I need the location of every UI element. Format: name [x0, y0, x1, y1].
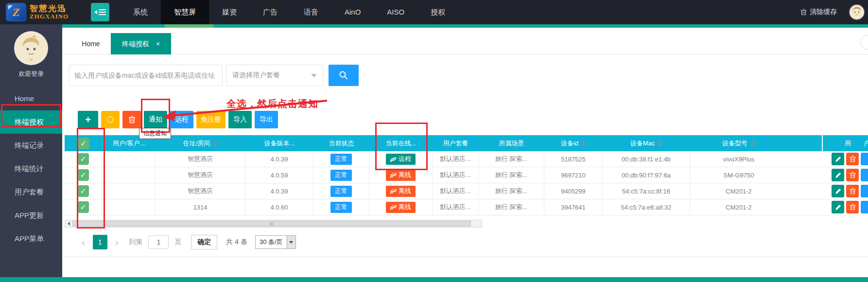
delete-row-button[interactable] — [846, 185, 859, 197]
row-checkbox[interactable]: ✓ — [77, 169, 89, 181]
clear-cache-label: 清除缓存 — [810, 8, 837, 17]
online-badge[interactable]: 离线 — [386, 186, 416, 197]
sidebar-item-terminal-records[interactable]: 终端记录 — [0, 134, 62, 157]
sort-icon[interactable] — [658, 141, 662, 146]
cell-model: CM201-2 — [690, 183, 787, 199]
notify-button[interactable]: 通知 — [144, 111, 167, 128]
sidebar-item-terminal-auth[interactable]: 终端授权 — [0, 110, 62, 134]
export-button[interactable]: 导出 — [255, 111, 278, 128]
col-header-version[interactable]: 设备版本... — [245, 135, 313, 151]
table-row[interactable]: ✓ 智慧酒店 4.0.39 正常 远程 默认酒店... 旅行.探索... 518… — [65, 151, 868, 167]
cell-mac: 54:c5:7a:cc:8f:16 — [603, 183, 690, 199]
nav-item-smartscreen[interactable]: 智慧屏 — [161, 0, 209, 24]
row-checkbox[interactable]: ✓ — [77, 185, 89, 197]
col-header-mac[interactable]: 设备Mac — [603, 135, 690, 151]
cell-status: 正常 — [313, 167, 369, 183]
no-register-button[interactable]: 免注册 — [196, 111, 226, 128]
avatar-cartoon-icon — [16, 33, 47, 64]
edit-button[interactable] — [832, 201, 844, 213]
nav-item-system[interactable]: 系统 — [120, 0, 161, 24]
status-badge: 正常 — [330, 186, 352, 197]
avatar-face-icon — [850, 5, 864, 19]
prev-page-button[interactable]: ‹ — [82, 237, 85, 248]
col-header-online[interactable]: 当前在线... — [369, 135, 433, 151]
more-button-clipped[interactable] — [861, 201, 868, 213]
cell-status: 正常 — [313, 199, 369, 215]
logo-icon: Z — [6, 3, 26, 21]
sidebar-item-user-plans[interactable]: 用户套餐 — [0, 180, 62, 204]
next-page-button[interactable]: › — [115, 237, 119, 248]
cell-online: 远程 — [369, 151, 433, 167]
col-header-plan[interactable]: 用户套餐 — [433, 135, 479, 151]
broken-link-icon — [390, 188, 397, 194]
nav-item-authorize[interactable]: 授权 — [417, 0, 458, 24]
col-header-model[interactable]: 设备型号 — [690, 135, 787, 151]
tab-label: 终端授权 — [122, 40, 149, 48]
sidebar-item-app-update[interactable]: APP更新 — [0, 204, 62, 227]
nav-item-voice[interactable]: 语音 — [291, 0, 331, 24]
delete-row-button[interactable] — [846, 169, 859, 181]
nav-item-aiso[interactable]: AISO — [374, 0, 417, 24]
online-badge[interactable]: 远程 — [386, 154, 416, 165]
row-checkbox[interactable]: ✓ — [77, 153, 89, 165]
tab-home[interactable]: Home — [69, 33, 113, 54]
tab-terminal-auth[interactable]: 终端授权× — [111, 33, 171, 54]
more-button-clipped[interactable] — [861, 153, 868, 165]
table-row[interactable]: ✓ 1314 4.0.60 正常 离线 默认酒店... 旅行.探索... 394… — [65, 199, 868, 215]
nav-item-media[interactable]: 媒资 — [209, 0, 250, 24]
horizontal-scrollbar[interactable] — [65, 220, 482, 228]
edit-button[interactable] — [832, 169, 844, 181]
goto-label: 到第 — [129, 238, 142, 247]
edit-button[interactable] — [832, 153, 844, 165]
row-checkbox[interactable]: ✓ — [77, 201, 89, 213]
import-button[interactable]: 导入 — [228, 111, 252, 128]
goto-page-input[interactable] — [148, 235, 169, 249]
more-button-clipped[interactable] — [861, 169, 868, 181]
sidebar-collapse-button[interactable] — [91, 3, 109, 21]
remote-button[interactable]: 远程 — [170, 111, 193, 128]
sidebar-avatar[interactable] — [14, 31, 48, 65]
sidebar-item-terminal-stats[interactable]: 终端统计 — [0, 157, 62, 180]
col-header-status[interactable]: 当前状态 — [313, 135, 369, 151]
more-button-clipped[interactable] — [861, 185, 868, 197]
cell-model: vivoX9Plus — [690, 151, 787, 167]
current-page-button[interactable]: 1 — [93, 235, 107, 249]
col-header-scene[interactable]: 所属场景 — [479, 135, 544, 151]
trash-icon — [850, 188, 856, 194]
table-row[interactable]: ✓ 智慧酒店 4.0.39 正常 离线 默认酒店... 旅行.探索... 940… — [65, 183, 868, 199]
online-badge[interactable]: 离线 — [386, 170, 416, 181]
sort-icon[interactable] — [213, 141, 218, 146]
cell-mac: 00:db:90:f7:97:6a — [603, 167, 690, 183]
scroll-left-arrow[interactable] — [65, 220, 72, 227]
col-header-device-id[interactable]: 设备id — [544, 135, 603, 151]
nav-item-aino[interactable]: AinO — [331, 0, 374, 24]
select-all-checkbox[interactable]: ✓ — [78, 138, 89, 149]
row-actions — [832, 201, 868, 213]
edit-button[interactable] — [832, 185, 844, 197]
page-size-select[interactable]: 30 条/页 — [255, 235, 296, 249]
online-badge[interactable]: 离线 — [386, 202, 416, 213]
sort-icon[interactable] — [581, 141, 586, 146]
nav-item-ads[interactable]: 广告 — [250, 0, 291, 24]
table-body: ✓ 智慧酒店 4.0.39 正常 远程 默认酒店... 旅行.探索... 518… — [65, 151, 868, 215]
collapse-arrow-icon — [94, 10, 97, 14]
sidebar-item-app-menu[interactable]: APP菜单 — [0, 227, 62, 250]
tab-close-icon[interactable]: × — [156, 40, 160, 48]
edge-widget-circle[interactable] — [860, 35, 868, 50]
refresh-button[interactable] — [101, 111, 120, 128]
add-button[interactable]: + — [78, 111, 98, 128]
sidebar-item-home[interactable]: Home — [0, 87, 62, 110]
table-row[interactable]: ✓ 智慧酒店 4.0.59 正常 离线 默认酒店... 旅行.探索... 969… — [65, 167, 868, 183]
delete-row-button[interactable] — [846, 201, 859, 213]
scrollbar-thumb[interactable] — [72, 221, 471, 227]
delete-button[interactable] — [122, 111, 141, 128]
delete-row-button[interactable] — [846, 153, 859, 165]
plan-select[interactable]: 请选择用户套餐 — [226, 65, 323, 86]
confirm-page-button[interactable]: 确定 — [191, 235, 217, 249]
search-input[interactable] — [69, 65, 223, 86]
clear-cache-button[interactable]: 清除缓存 — [800, 8, 837, 17]
sort-icon[interactable] — [750, 141, 755, 146]
user-avatar[interactable] — [849, 4, 865, 20]
pencil-icon — [835, 188, 841, 194]
search-button[interactable] — [329, 65, 359, 86]
